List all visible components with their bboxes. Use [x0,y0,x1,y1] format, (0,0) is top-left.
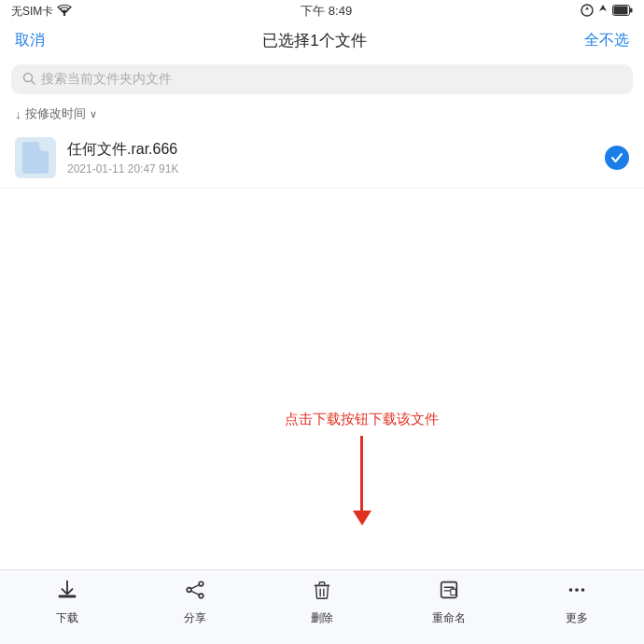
file-meta: 2021-01-11 20:47 91K [67,162,605,175]
file-size: 91K [159,162,178,175]
svg-rect-19 [451,589,456,595]
arrow-head [353,511,371,525]
file-name: 任何文件.rar.666 [67,140,605,160]
file-icon-shape [22,142,49,174]
toolbar-delete[interactable]: 删除 [259,579,385,626]
svg-point-0 [63,14,65,16]
annotation: 点击下载按钮下载该文件 [285,411,439,525]
file-list: 任何文件.rar.666 2021-01-11 20:47 91K [0,128,644,189]
svg-point-10 [199,594,203,598]
svg-rect-13 [315,584,330,586]
rename-label: 重命名 [432,610,466,626]
svg-point-22 [575,588,579,592]
location-icon [581,4,594,20]
download-icon [56,579,78,607]
sort-direction-icon: ↓ [15,107,21,121]
more-icon [566,579,588,607]
status-left: 无SIM卡 [11,4,72,20]
sort-bar[interactable]: ↓ 按修改时间 ∨ [0,100,644,128]
toolbar-share[interactable]: 分享 [131,579,258,626]
file-date: 2021-01-11 20:47 [67,162,156,175]
delete-label: 删除 [311,610,333,626]
delete-icon [311,579,333,607]
file-item[interactable]: 任何文件.rar.666 2021-01-11 20:47 91K [0,128,644,189]
battery-icon [612,5,633,19]
arrow-line [360,436,363,511]
search-placeholder: 搜索当前文件夹内文件 [41,71,172,88]
sort-label: 按修改时间 [25,105,86,122]
svg-line-6 [32,80,35,84]
svg-rect-7 [59,595,76,598]
toolbar-more[interactable]: 更多 [513,579,640,626]
status-bar: 无SIM卡 下午 8:49 [0,0,644,22]
svg-point-1 [581,5,593,16]
status-right [581,4,633,20]
file-info: 任何文件.rar.666 2021-01-11 20:47 91K [67,140,605,175]
wifi-icon [57,4,72,19]
search-bar[interactable]: 搜索当前文件夹内文件 [11,64,633,94]
cancel-button[interactable]: 取消 [15,31,45,50]
more-label: 更多 [566,610,588,626]
toolbar-rename[interactable]: 重命名 [385,579,512,626]
svg-point-23 [581,588,584,592]
bottom-toolbar: 下载 分享 删除 [0,569,644,644]
toolbar-download[interactable]: 下载 [4,579,131,626]
download-label: 下载 [56,610,78,626]
nav-title: 已选择1个文件 [262,30,366,51]
annotation-arrow [353,436,371,525]
share-label: 分享 [184,610,206,626]
sim-status: 无SIM卡 [11,4,53,20]
arrow-icon [597,4,609,20]
nav-bar: 取消 已选择1个文件 全不选 [0,22,644,59]
svg-line-12 [190,591,199,595]
deselect-all-button[interactable]: 全不选 [584,31,629,50]
status-time: 下午 8:49 [301,3,352,20]
share-icon [184,579,206,607]
sort-chevron-icon: ∨ [90,108,97,120]
svg-point-8 [187,588,191,593]
svg-rect-3 [613,6,627,14]
svg-rect-4 [630,7,633,12]
rename-icon [438,579,460,607]
search-icon [22,72,35,88]
svg-line-11 [190,585,199,589]
file-selected-checkbox[interactable] [605,146,629,170]
svg-point-9 [199,581,203,586]
svg-point-21 [569,588,573,592]
file-icon [15,137,56,178]
annotation-text: 点击下载按钮下载该文件 [285,411,439,428]
